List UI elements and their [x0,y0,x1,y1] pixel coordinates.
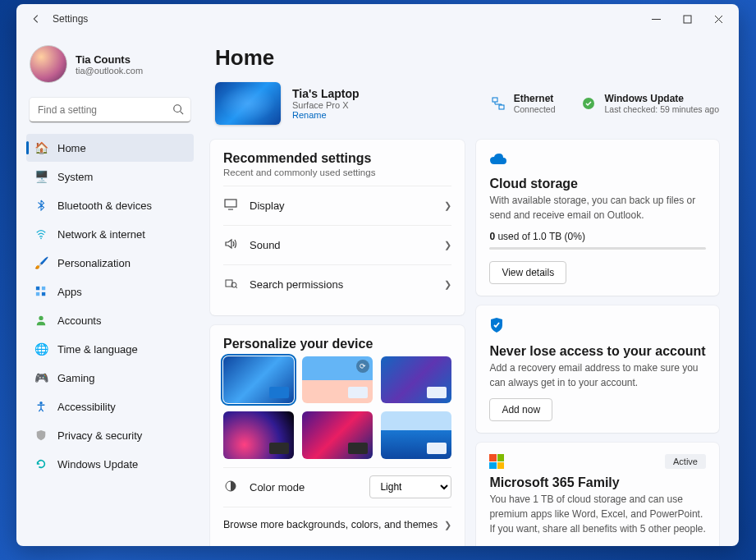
svg-rect-9 [493,98,497,102]
sidebar-item-label: Bluetooth & devices [57,200,152,212]
ethernet-icon [491,96,506,111]
search-icon [172,103,184,117]
svg-rect-6 [42,292,45,296]
microsoft-logo-icon [489,454,504,469]
theme-option-3[interactable] [381,356,451,403]
update-check-icon [581,96,596,111]
sidebar-item-network[interactable]: Network & internet [26,220,194,248]
search-permissions-icon [223,276,238,293]
maximize-button[interactable] [671,7,703,30]
main-content: Home Tia's Laptop Surface Pro X Rename E… [202,34,739,546]
settings-window: Settings Tia Counts tia@outlook.com [16,4,739,546]
accessibility-icon [34,400,48,413]
setting-label: Search permissions [250,278,433,291]
svg-point-2 [40,237,42,239]
network-status[interactable]: Ethernet Connected [491,93,556,114]
cloud-title: Cloud storage [489,177,706,191]
setting-row-display[interactable]: Display ❯ [223,186,451,225]
setting-row-search[interactable]: Search permissions ❯ [223,264,451,304]
svg-rect-4 [42,287,45,290]
sidebar-item-label: System [57,171,93,183]
search-box [30,98,190,122]
cloud-desc: With available storage, you can back up … [489,193,706,223]
gaming-icon: 🎮 [34,371,48,384]
svg-rect-3 [36,287,39,290]
sidebar-item-gaming[interactable]: 🎮 Gaming [26,364,194,392]
spotlight-icon: ⟳ [356,360,369,373]
avatar [30,45,67,83]
cloud-usage: 0 used of 1.0 TB (0%) [489,231,706,242]
chevron-right-icon: ❯ [444,200,451,211]
sidebar-item-accounts[interactable]: Accounts [26,306,194,334]
theme-option-5[interactable] [302,411,373,458]
sidebar: Tia Counts tia@outlook.com 🏠 Home 🖥️ Sys… [16,34,202,546]
sidebar-item-update[interactable]: Windows Update [26,450,194,478]
shield-check-icon [489,317,706,337]
theme-option-6[interactable] [381,411,451,458]
profile-block[interactable]: Tia Counts tia@outlook.com [26,40,194,94]
sidebar-item-home[interactable]: 🏠 Home [26,134,194,162]
profile-name: Tia Counts [76,53,143,66]
sidebar-item-bluetooth[interactable]: Bluetooth & devices [26,191,194,219]
minimize-button[interactable] [640,7,671,30]
recommended-card: Recommended settings Recent and commonly… [210,140,465,315]
page-title: Home [215,45,719,71]
svg-point-8 [39,402,43,405]
accounts-icon [34,314,48,327]
recovery-card: Never lose access to your account Add a … [476,305,719,433]
view-details-button[interactable]: View details [489,261,566,284]
recommended-sub: Recent and commonly used settings [223,168,451,177]
add-now-button[interactable]: Add now [489,398,552,421]
browse-label: Browse more backgrounds, colors, and the… [223,519,438,530]
color-mode-icon [223,479,238,496]
active-badge: Active [665,454,706,469]
cloud-progress [489,247,706,250]
svg-point-1 [174,105,181,112]
sidebar-item-accessibility[interactable]: Accessibility [26,392,194,420]
theme-option-4[interactable] [223,411,294,458]
back-button[interactable] [25,7,48,30]
sound-icon [223,236,238,254]
theme-grid: ⟳ [223,356,451,459]
update-sub: Last checked: 59 minutes ago [604,104,719,114]
sidebar-item-label: Time & language [57,343,138,356]
svg-rect-12 [225,200,236,207]
network-sub: Connected [514,104,556,114]
sidebar-item-privacy[interactable]: Privacy & security [26,421,194,449]
update-status[interactable]: Windows Update Last checked: 59 minutes … [581,93,719,114]
m365-card: Active Microsoft 365 Family You have 1 T… [476,443,719,546]
sidebar-item-label: Accounts [57,314,101,327]
setting-row-sound[interactable]: Sound ❯ [223,225,451,264]
sidebar-item-personalization[interactable]: 🖌️ Personalization [26,249,194,277]
search-input[interactable] [30,98,190,122]
sidebar-item-system[interactable]: 🖥️ System [26,163,194,190]
browse-themes-link[interactable]: Browse more backgrounds, colors, and the… [223,507,451,543]
home-icon: 🏠 [34,141,48,154]
cloud-icon [489,151,706,170]
titlebar: Settings [16,4,739,34]
theme-option-2[interactable]: ⟳ [302,356,373,403]
sidebar-item-time[interactable]: 🌐 Time & language [26,335,194,363]
chevron-right-icon: ❯ [444,520,451,530]
recovery-desc: Add a recovery email address to make sur… [489,360,706,390]
update-icon [34,457,48,470]
theme-option-1[interactable] [223,356,294,403]
close-button[interactable] [703,7,734,30]
personalize-title: Personalize your device [223,337,451,351]
device-name: Tia's Laptop [292,87,360,100]
brush-icon: 🖌️ [34,256,48,269]
setting-label: Display [250,200,433,212]
svg-rect-0 [684,16,691,23]
sidebar-item-label: Personalization [57,257,131,269]
recovery-title: Never lose access to your account [489,344,706,359]
chevron-right-icon: ❯ [444,240,451,250]
window-title: Settings [53,13,88,25]
color-mode-select[interactable]: Light [369,475,451,498]
rename-link[interactable]: Rename [292,110,360,120]
color-mode-label: Color mode [250,481,358,493]
sidebar-item-label: Apps [57,286,82,298]
sidebar-item-apps[interactable]: Apps [26,278,194,305]
sidebar-item-label: Home [57,142,86,154]
system-icon: 🖥️ [34,170,48,183]
svg-rect-10 [499,105,504,109]
